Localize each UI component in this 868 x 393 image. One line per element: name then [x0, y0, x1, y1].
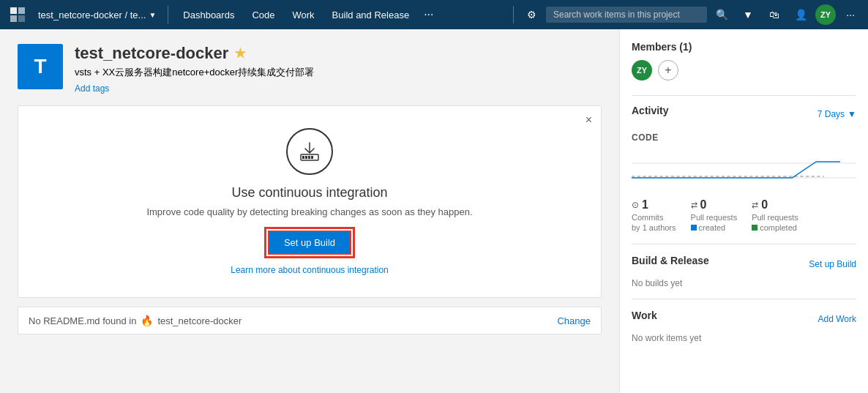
- pr-completed-label: Pull requests: [752, 213, 798, 222]
- activity-title: Activity: [632, 105, 669, 116]
- pr-created-label: Pull requests: [691, 213, 738, 222]
- activity-section: Activity 7 Days ▼ Code: [632, 105, 856, 343]
- project-selector[interactable]: test_netcore-docker / te... ▼: [32, 7, 162, 23]
- project-name-label: test_netcore-docker / te...: [38, 10, 146, 20]
- pr-completed-legend-dot: [752, 225, 757, 231]
- work-header: Work Add Work: [632, 310, 856, 329]
- topnav-right: ⚙ 🔍 ▼ 🛍 👤 ZY ···: [520, 3, 862, 26]
- build-release-title: Build & Release: [632, 255, 709, 266]
- activity-header: Activity 7 Days ▼: [632, 105, 856, 124]
- star-icon[interactable]: ★: [234, 45, 246, 61]
- ci-integration-icon: [286, 128, 333, 175]
- nav-build-release[interactable]: Build and Release: [323, 0, 419, 29]
- nav-dashboards[interactable]: Dashboards: [174, 0, 243, 29]
- user-avatar[interactable]: ZY: [815, 4, 836, 25]
- help-icon[interactable]: 👤: [789, 3, 812, 26]
- search-icon[interactable]: 🔍: [710, 3, 733, 26]
- activity-filter-label: 7 Days: [818, 109, 845, 119]
- project-description: vsts + XX云服务器构建netcore+docker持续集成交付部署: [75, 66, 602, 79]
- right-panel: Members (1) ZY + Activity 7 Days ▼ Code: [619, 29, 868, 393]
- commits-count: 1: [642, 198, 648, 212]
- members-section: Members (1) ZY +: [632, 41, 856, 81]
- build-release-section: Build & Release Set up Build No builds y…: [632, 255, 856, 288]
- add-work-link[interactable]: Add Work: [818, 314, 856, 324]
- nav-more-button[interactable]: ···: [418, 0, 439, 29]
- no-readme-text: No README.md found in: [29, 315, 136, 326]
- svg-rect-8: [311, 156, 313, 159]
- add-member-button[interactable]: +: [658, 60, 678, 81]
- ci-card: × Use continuous integration Improve cod…: [18, 105, 602, 298]
- commits-sub: by 1 authors: [632, 223, 676, 232]
- section-divider-2: [632, 244, 856, 244]
- main-layout: T test_netcore-docker ★ vsts + XX云服务器构建n…: [0, 29, 868, 393]
- setup-build-button[interactable]: Set up Build: [268, 231, 351, 255]
- pr-completed-sub: completed: [760, 223, 797, 232]
- ci-card-description: Improve code quality by detecting breaki…: [146, 206, 472, 217]
- nav-divider-2: [513, 6, 514, 23]
- top-nav: test_netcore-docker / te... ▼ Dashboards…: [0, 0, 868, 29]
- pr-created-block: ⇄ 0 Pull requests created: [691, 198, 738, 232]
- commits-block: ⊙ 1 Commits by 1 authors: [632, 198, 676, 232]
- learn-more-link[interactable]: Learn more about continuous integration: [231, 265, 388, 275]
- pr-completed-block: ⇄ 0 Pull requests completed: [752, 198, 798, 232]
- nav-code[interactable]: Code: [243, 0, 283, 29]
- section-divider-3: [632, 299, 856, 299]
- svg-rect-6: [305, 156, 307, 159]
- project-header: T test_netcore-docker ★ vsts + XX云服务器构建n…: [18, 44, 602, 94]
- readme-bar: No README.md found in 🔥 test_netcore-doc…: [18, 307, 602, 334]
- project-title-text: test_netcore-docker: [75, 44, 228, 63]
- add-tags-link[interactable]: Add tags: [75, 83, 109, 94]
- topnav-ellipsis-icon[interactable]: ···: [839, 3, 862, 26]
- project-avatar: T: [18, 44, 63, 89]
- code-section-label: Code: [632, 132, 856, 143]
- svg-rect-3: [18, 15, 25, 22]
- svg-rect-2: [10, 15, 17, 22]
- fire-icon: 🔥: [141, 315, 153, 326]
- svg-rect-5: [302, 156, 304, 159]
- member-avatar-zy[interactable]: ZY: [632, 60, 652, 81]
- project-info: test_netcore-docker ★ vsts + XX云服务器构建net…: [75, 44, 602, 94]
- members-title: Members (1): [632, 41, 856, 53]
- nav-links: Dashboards Code Work Build and Release ·…: [174, 0, 507, 29]
- close-icon[interactable]: ×: [585, 113, 592, 127]
- commits-label: Commits: [632, 213, 676, 222]
- settings-icon[interactable]: ⚙: [520, 3, 543, 26]
- repo-name-text: test_netcore-docker: [157, 315, 242, 326]
- dropdown-icon[interactable]: ▼: [736, 3, 760, 26]
- svg-rect-1: [18, 7, 25, 14]
- pr-created-legend-dot: [691, 225, 697, 231]
- pr-created-sub: created: [699, 223, 726, 232]
- search-input[interactable]: [546, 7, 707, 23]
- content-area: T test_netcore-docker ★ vsts + XX云服务器构建n…: [0, 29, 619, 393]
- activity-filter-dropdown[interactable]: 7 Days ▼: [818, 109, 856, 119]
- work-title: Work: [632, 310, 657, 321]
- pr-stats: ⇄ 0 Pull requests created ⇄ 0: [691, 198, 798, 232]
- ci-card-title: Use continuous integration: [231, 185, 387, 201]
- pr-completed-count: 0: [761, 198, 768, 212]
- svg-rect-0: [10, 7, 17, 14]
- nav-work[interactable]: Work: [284, 0, 323, 29]
- project-title-row: test_netcore-docker ★: [75, 44, 602, 63]
- work-section: Work Add Work No work items yet: [632, 310, 856, 343]
- app-logo[interactable]: [6, 3, 29, 26]
- chevron-down-icon-activity: ▼: [848, 109, 856, 119]
- chevron-down-icon: ▼: [149, 11, 156, 19]
- svg-rect-7: [308, 156, 310, 159]
- no-work-label: No work items yet: [632, 333, 856, 343]
- notification-bag-icon[interactable]: 🛍: [763, 3, 786, 26]
- setup-build-link[interactable]: Set up Build: [809, 259, 856, 269]
- section-divider-1: [632, 95, 856, 96]
- code-chart: [632, 149, 856, 192]
- code-stats: ⊙ 1 Commits by 1 authors ⇄ 0 Pull reques…: [632, 198, 856, 232]
- change-link[interactable]: Change: [557, 315, 591, 326]
- readme-left: No README.md found in 🔥 test_netcore-doc…: [29, 315, 242, 326]
- members-row: ZY +: [632, 60, 856, 81]
- no-builds-label: No builds yet: [632, 278, 856, 288]
- build-header: Build & Release Set up Build: [632, 255, 856, 274]
- pr-created-count: 0: [700, 198, 707, 212]
- nav-divider: [168, 6, 168, 23]
